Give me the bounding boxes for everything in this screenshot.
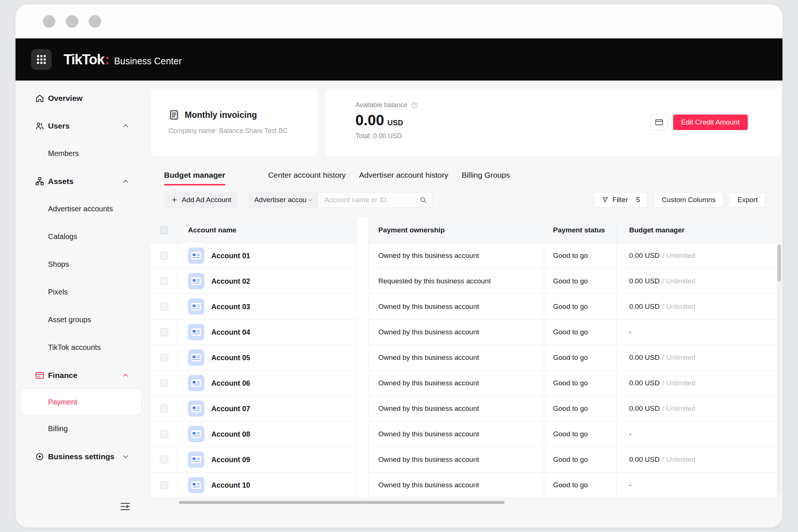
horizontal-scrollbar-thumb[interactable] [179, 501, 505, 504]
payment-status: Good to go [553, 252, 588, 260]
frozen-column-gap [357, 422, 368, 447]
filter-label: Filter [613, 196, 628, 204]
row-checkbox[interactable] [160, 405, 168, 413]
budget-amount: - [629, 328, 631, 336]
export-button[interactable]: Export [730, 192, 765, 208]
tab-billing-groups[interactable]: Billing Groups [461, 171, 510, 185]
vertical-scrollbar-thumb[interactable] [777, 245, 781, 282]
frozen-column-gap [357, 320, 368, 345]
row-checkbox[interactable] [160, 328, 168, 336]
sidebar-item-assets[interactable]: Assets [16, 167, 146, 195]
assets-icon [35, 176, 45, 186]
sidebar-item-label: Payment [48, 398, 77, 406]
vertical-scrollbar[interactable] [777, 245, 781, 494]
column-header-budget-manager[interactable]: Budget manager [616, 217, 777, 243]
logo-wordmark: TikTok [64, 52, 104, 68]
row-checkbox[interactable] [160, 277, 168, 285]
logo-product-name: Business Center [114, 56, 182, 66]
add-ad-account-button[interactable]: Add Ad Account [164, 192, 238, 208]
account-card-icon [188, 375, 204, 391]
custom-columns-button[interactable]: Custom Columns [654, 192, 723, 208]
frozen-column-gap [357, 294, 368, 320]
payment-ownership: Owned by this business account [378, 328, 479, 336]
help-icon[interactable] [411, 102, 418, 109]
payment-card-button[interactable] [650, 115, 668, 130]
row-checkbox[interactable] [160, 252, 168, 260]
sidebar-item-business-settings[interactable]: Business settings [16, 443, 146, 470]
tiktok-logo[interactable]: TikTok : Business Center [64, 52, 182, 68]
window-control-dot-3[interactable] [89, 15, 101, 28]
window-control-dot-1[interactable] [43, 15, 55, 28]
search-input[interactable] [324, 196, 419, 204]
budget-limit: / Unlimited [662, 405, 695, 413]
row-checkbox[interactable] [160, 354, 168, 362]
frozen-column-gap [357, 217, 368, 243]
table-row: Account 08Owned by this business account… [151, 422, 777, 447]
window-control-dot-2[interactable] [66, 15, 78, 28]
sidebar-item-tiktok-accounts[interactable]: TikTok accounts [16, 334, 146, 361]
edit-credit-amount-button[interactable]: Edit Credit Amount [673, 115, 748, 130]
frozen-column-gap [357, 345, 368, 371]
account-name[interactable]: Account 09 [211, 456, 250, 464]
select-all-checkbox[interactable] [160, 226, 168, 234]
budget-amount: 0.00 USD [629, 354, 659, 362]
account-card-icon [188, 324, 204, 340]
account-name[interactable]: Account 02 [211, 277, 250, 286]
sidebar-item-catalogs[interactable]: Catalogs [16, 223, 146, 250]
payment-status: Good to go [553, 405, 588, 413]
balance-total-text: Total: 0.00 USD [355, 132, 781, 140]
account-name[interactable]: Account 01 [211, 252, 250, 260]
column-header-account-name[interactable]: Account name [177, 217, 357, 243]
account-name[interactable]: Account 06 [211, 379, 250, 388]
sidebar-item-pixels[interactable]: Pixels [16, 278, 146, 306]
export-label: Export [737, 196, 758, 204]
row-checkbox[interactable] [160, 303, 168, 311]
row-checkbox[interactable] [160, 430, 168, 438]
sidebar-item-members[interactable]: Members [16, 140, 146, 167]
row-checkbox[interactable] [160, 481, 168, 489]
add-ad-account-label: Add Ad Account [182, 196, 231, 204]
frozen-column-gap [357, 396, 368, 422]
sidebar-item-asset-groups[interactable]: Asset groups [16, 306, 146, 334]
budget-limit: / Unlimited [662, 456, 695, 464]
filter-button[interactable]: Filter 5 [594, 192, 648, 208]
sidebar-item-users[interactable]: Users [16, 112, 146, 140]
sidebar-nav: OverviewUsersMembersAssetsAdvertiser acc… [16, 84, 146, 470]
column-header-payment-ownership[interactable]: Payment ownership [368, 217, 544, 243]
account-name[interactable]: Account 03 [211, 303, 250, 311]
sidebar-item-advertiser-accounts[interactable]: Advertiser accounts [16, 195, 146, 223]
account-card-icon [188, 299, 204, 315]
account-name[interactable]: Account 08 [211, 430, 250, 439]
apps-grid-icon[interactable] [31, 49, 52, 70]
sidebar-item-overview[interactable]: Overview [16, 84, 146, 112]
app-header: TikTok : Business Center [16, 38, 782, 81]
budget-limit: / Unlimited [662, 379, 695, 387]
sidebar-item-billing[interactable]: Billing [16, 415, 146, 443]
payment-status: Good to go [553, 328, 588, 336]
sidebar-item-shops[interactable]: Shops [16, 250, 146, 278]
tab-budget-manager[interactable]: Budget manager [164, 171, 225, 185]
column-header-payment-status[interactable]: Payment status [544, 217, 616, 243]
row-checkbox[interactable] [160, 379, 168, 387]
tab-advertiser-account-history[interactable]: Advertiser account history [359, 171, 449, 185]
sidebar: OverviewUsersMembersAssetsAdvertiser acc… [16, 81, 146, 528]
sidebar-item-payment[interactable]: Payment [21, 389, 141, 415]
chevron-up-icon [122, 371, 130, 379]
sidebar-item-label: Members [48, 149, 79, 158]
search-type-dropdown[interactable]: Advertiser accoun [248, 192, 318, 208]
account-name[interactable]: Account 04 [211, 328, 250, 337]
account-name[interactable]: Account 05 [211, 354, 250, 362]
account-name[interactable]: Account 10 [211, 481, 250, 490]
payment-ownership: Owned by this business account [378, 252, 479, 260]
window-titlebar [16, 4, 782, 38]
payment-ownership: Owned by this business account [378, 456, 479, 464]
sidebar-item-label: Business settings [48, 452, 115, 461]
collapse-sidebar-button[interactable] [119, 500, 132, 513]
row-checkbox[interactable] [160, 456, 168, 464]
tab-center-account-history[interactable]: Center account history [268, 171, 346, 185]
sidebar-item-label: Asset groups [48, 316, 91, 324]
account-name[interactable]: Account 07 [211, 405, 250, 413]
budget-limit: / Unlimited [662, 303, 695, 311]
search-icon[interactable] [419, 196, 427, 204]
sidebar-item-finance[interactable]: Finance [16, 361, 146, 389]
